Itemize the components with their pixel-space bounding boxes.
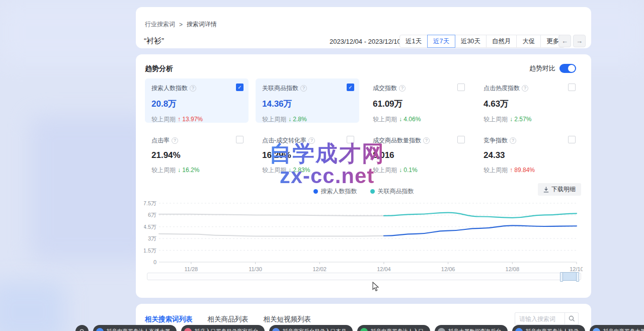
chart-zoom-slider-handle[interactable]: [561, 272, 578, 281]
metric-checkbox[interactable]: ✓: [236, 84, 244, 91]
metric-compare: 较上周期↓ 16.2%: [151, 166, 242, 175]
x-tick-label: 12/10: [570, 266, 583, 272]
metric-card[interactable]: 成交指数?61.09万较上周期↓ 4.06%: [366, 78, 470, 123]
tab-相关搜索词列表[interactable]: 相关搜索词列表: [145, 315, 193, 324]
legend-item[interactable]: 搜索人数指数: [313, 187, 357, 196]
section-title-trend: 趋势分析: [145, 64, 173, 73]
range-button-近30天[interactable]: 近30天: [455, 35, 487, 48]
taskbar-item-icon: [272, 328, 280, 331]
metric-compare: 较上周期↓ 2.8%: [262, 115, 353, 124]
chart-zoom-slider-track[interactable]: [147, 273, 581, 280]
x-tick-label: 11/28: [184, 266, 198, 272]
breadcrumb: 行业搜索词 > 搜索词详情: [145, 20, 217, 29]
metric-label: 关联商品指数: [262, 84, 298, 93]
metric-card[interactable]: 竞争指数?24.33较上周期↑ 89.84%: [477, 131, 581, 175]
help-icon[interactable]: ?: [300, 85, 307, 92]
metric-label: 成交指数: [373, 84, 397, 93]
taskbar-item[interactable]: 抖音电商罗盘达人入口: [357, 325, 430, 331]
taskbar-item-label: 抖店入口罗盘登录商家后台: [195, 328, 258, 331]
download-detail-label: 下载明细: [551, 185, 576, 194]
metric-checkbox[interactable]: ✓: [347, 84, 354, 91]
metric-value: 8,016: [373, 150, 463, 160]
metric-compare: 较上周期↓ 2.57%: [484, 115, 574, 124]
taskbar-item-label: 抖音商家后台登录入口本月: [283, 328, 346, 331]
metric-change: ↓ 2.8%: [288, 116, 307, 123]
y-tick-label: 3万: [148, 235, 156, 241]
range-button-大促[interactable]: 大促: [516, 35, 541, 48]
help-icon[interactable]: ?: [190, 85, 196, 92]
metric-checkbox[interactable]: [568, 136, 576, 143]
background-shape: [0, 282, 65, 331]
search-button[interactable]: [565, 313, 578, 324]
help-icon[interactable]: ?: [172, 137, 178, 144]
taskbar-item-icon: [184, 328, 192, 331]
taskbar-item-icon: [438, 328, 445, 331]
metric-card[interactable]: 搜索人数指数?✓20.8万较上周期↑ 13.97%: [145, 78, 249, 123]
taskbar-item[interactable]: 抖店入口罗盘登录商家后台: [181, 325, 265, 331]
metric-change: ↑ 89.84%: [510, 167, 535, 174]
download-icon: [543, 187, 549, 193]
prev-period-button[interactable]: ←: [558, 35, 571, 47]
range-button-自然月[interactable]: 自然月: [486, 35, 517, 48]
metric-checkbox[interactable]: [457, 136, 465, 143]
help-icon[interactable]: ?: [522, 85, 528, 92]
metric-card[interactable]: 点击热度指数?4.63万较上周期↓ 2.57%: [477, 78, 581, 123]
taskbar-item-icon: [515, 328, 523, 331]
help-icon[interactable]: ?: [399, 85, 406, 92]
legend-item[interactable]: 关联商品指数: [370, 187, 414, 196]
metric-compare: 较上周期↑ 13.97%: [151, 115, 242, 124]
metric-label-row: 成交指数?: [373, 84, 463, 93]
legend-dot: [370, 189, 375, 194]
tab-相关短视频列表[interactable]: 相关短视频列表: [264, 315, 311, 324]
search-keyword: “衬衫”: [144, 36, 164, 46]
x-tick-label: 12/02: [312, 266, 327, 272]
tab-相关商品列表[interactable]: 相关商品列表: [208, 315, 249, 324]
metric-card[interactable]: 点击-成交转化率?16.29%较上周期↓ 2.83%: [256, 131, 359, 175]
metric-label-row: 竞争指数?: [484, 136, 574, 145]
range-button-近7天[interactable]: 近7天: [427, 35, 455, 48]
metric-checkbox[interactable]: [568, 84, 576, 91]
range-button-近1天[interactable]: 近1天: [399, 35, 428, 48]
taskbar-item[interactable]: 抖音电商罗盘达人登录: [512, 325, 585, 331]
metric-label-row: 点击率?: [151, 136, 242, 145]
metric-compare: 较上周期↓ 0.1%: [373, 166, 463, 175]
metric-card[interactable]: 成交商品数量指数?8,016较上周期↓ 0.1%: [366, 131, 470, 175]
trend-compare-control: 趋势对比: [529, 64, 576, 73]
metric-compare: 较上周期↑ 89.84%: [484, 166, 574, 175]
metric-card[interactable]: 关联商品指数?✓14.36万较上周期↓ 2.8%: [256, 78, 359, 123]
download-detail-button[interactable]: 下载明细: [538, 183, 581, 196]
metric-value: 16.29%: [262, 150, 353, 160]
metric-change: ↓ 16.2%: [178, 167, 199, 174]
y-tick-label: 6万: [148, 212, 156, 218]
metric-compare-prefix: 较上周期: [262, 167, 286, 174]
trend-compare-toggle[interactable]: [559, 64, 576, 73]
breadcrumb-parent[interactable]: 行业搜索词: [145, 20, 175, 29]
x-tick-label: 12/04: [377, 266, 391, 272]
metric-compare: 较上周期↓ 4.06%: [373, 115, 463, 124]
metric-label-row: 关联商品指数?: [262, 84, 353, 93]
next-period-button[interactable]: →: [573, 35, 586, 47]
taskbar-item[interactable]: 抖音大屏数据查询后台: [435, 325, 508, 331]
metric-compare-prefix: 较上周期: [484, 116, 508, 123]
metric-compare-prefix: 较上周期: [484, 167, 508, 174]
help-icon[interactable]: ?: [308, 137, 315, 144]
taskbar-item[interactable]: 抖音电商罗盘达人直播大屏: [93, 325, 177, 331]
taskbar-item[interactable]: 抖音电商罗盘大屏: [590, 325, 644, 331]
search-input[interactable]: [515, 315, 565, 322]
taskbar-item-label: 抖音大屏数据查询后台: [448, 328, 501, 331]
taskbar-item-label: 抖音电商罗盘达人登录: [526, 328, 579, 331]
legend-label: 搜索人数指数: [321, 187, 357, 196]
help-icon[interactable]: ?: [423, 137, 430, 144]
help-icon[interactable]: ?: [510, 137, 516, 144]
metric-checkbox[interactable]: [236, 136, 244, 143]
metric-card[interactable]: 点击率?21.94%较上周期↓ 16.2%: [145, 131, 249, 175]
metric-checkbox[interactable]: [457, 84, 465, 91]
metric-card-grid: 搜索人数指数?✓20.8万较上周期↑ 13.97%关联商品指数?✓14.36万较…: [145, 78, 582, 175]
metric-value: 4.63万: [484, 98, 574, 110]
taskbar-item[interactable]: 抖音商家后台登录入口本月: [269, 325, 353, 331]
metric-compare-prefix: 较上周期: [262, 116, 286, 123]
taskbar-search-button[interactable]: [75, 325, 89, 331]
metric-value: 24.33: [484, 150, 574, 160]
metric-checkbox[interactable]: [347, 136, 354, 143]
trend-compare-label: 趋势对比: [529, 64, 555, 73]
